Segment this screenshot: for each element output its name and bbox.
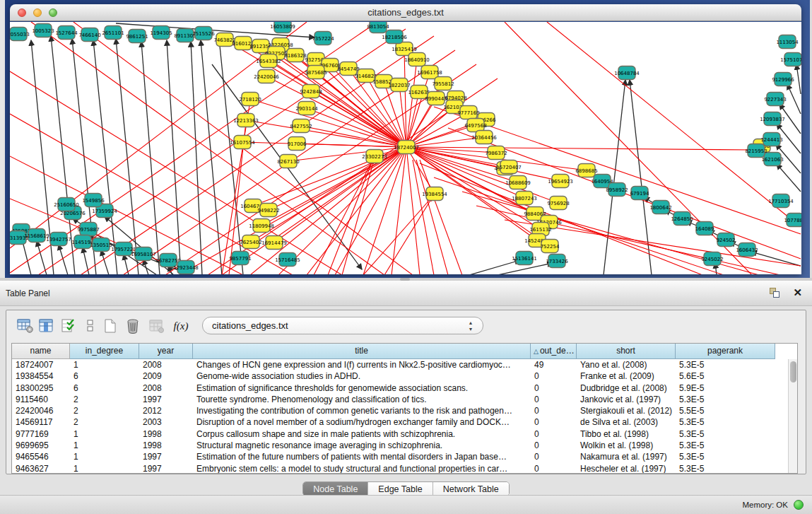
table-cell-name[interactable]: 9777169 [12,428,70,440]
table-cell-pagerank[interactable]: 5.3E-5 [676,463,775,473]
table-row[interactable]: 1938455462009Genome-wide association stu… [12,370,788,382]
table-cell-short[interactable]: Tibbo et al. (1998) [577,428,676,440]
network-view-window[interactable]: citations_edges.txt 18724007746382291601… [10,4,801,274]
graph-node-cited[interactable]: 6497568 [464,119,486,132]
table-row[interactable]: 1830029562008Estimation of significance … [12,382,788,394]
graph-node-cited[interactable]: 16107554 [230,136,255,149]
network-canvas[interactable]: 1872400774638229160123891235423226058932… [10,22,801,274]
function-icon[interactable]: f(x) [172,317,190,335]
graph-node-cited[interactable]: 9756928 [547,197,569,210]
table-cell-outde[interactable]: 49 [531,359,577,370]
graph-node[interactable]: 1549856 [82,194,105,207]
table-cell-short[interactable]: de Silva et al. (2003) [577,416,676,428]
table-cell-year[interactable]: 1997 [139,394,193,405]
graph-node-cited[interactable]: 19384554 [422,187,447,201]
table-cell-indegree[interactable]: 2 [70,405,139,416]
table-cell-title[interactable]: Estimation of the future numbers of pati… [193,451,531,462]
node-attribute-table[interactable]: namein_degreeyeartitle△out_de…shortpager… [11,343,798,474]
table-cell-title[interactable]: Estimation of significance thresholds fo… [193,382,531,394]
scrollbar-thumb[interactable] [790,361,796,382]
table-select-dropdown[interactable]: citations_edges.txt ▲▼ [202,317,483,334]
graph-edge[interactable] [796,64,801,94]
graph-node[interactable]: 7357224 [312,32,334,45]
table-cell-name[interactable]: 9699695 [12,440,70,451]
table-cell-indegree[interactable]: 1 [70,359,139,370]
table-cell-pagerank[interactable]: 5.3E-5 [676,428,775,440]
graph-edge-citation[interactable] [406,98,436,147]
graph-node-cited[interactable]: 2718120 [239,93,261,106]
table-cell-year[interactable]: 1998 [139,428,193,440]
graph-node[interactable]: 15136141 [512,252,537,265]
table-row[interactable]: 911546021997Tourette syndrome. Phenomeno… [12,394,788,405]
table-cell-short[interactable]: Wolkin et al. (1998) [577,440,676,451]
tab-edge-table[interactable]: Edge Table [368,482,433,496]
table-cell-outde[interactable]: 0 [531,370,577,382]
table-cell-outde[interactable]: 0 [531,394,577,405]
graph-node[interactable]: 9129966 [772,73,794,86]
table-cell-title[interactable]: Structural magnetic resonance image aver… [193,440,531,451]
table-row[interactable]: 977716911998Corpus callosum shape and si… [12,428,788,440]
graph-node-cited[interactable]: 8267130 [277,155,299,168]
graph-node-cited[interactable]: 8186328 [284,49,306,62]
table-cell-name[interactable]: 22420046 [12,405,70,416]
graph-node-cited[interactable]: 9498222 [257,204,279,217]
table-cell-indegree[interactable]: 2 [70,416,139,428]
table-cell-year[interactable]: 1997 [139,451,193,462]
graph-node-cited[interactable]: 7986372 [485,146,507,160]
graph-node-cited[interactable]: 917006 [288,137,307,151]
table-cell-indegree[interactable]: 1 [70,428,139,440]
graph-node[interactable]: 12093837 [760,112,785,126]
table-row[interactable]: 946554611997Estimation of the future num… [12,451,788,462]
table-cell-title[interactable]: Embryonic stem cells: a model to study s… [193,463,531,473]
table-cell-pagerank[interactable]: 5.3E-5 [676,359,775,370]
graph-edge-citation[interactable] [406,92,419,147]
table-cell-name[interactable]: 19384554 [12,370,70,382]
graph-node[interactable]: 8215953 [745,144,767,158]
table-cell-outde[interactable]: 0 [531,463,577,473]
graph-node-cited[interactable]: 12213363 [233,114,259,127]
graph-node[interactable]: 1800642 [649,201,671,214]
rows-icon[interactable] [81,317,100,335]
table-cell-year[interactable]: 2012 [139,405,193,416]
table-row[interactable]: 1456911722003Disruption of a novel membe… [12,416,788,428]
graph-node-cited[interactable]: 10688609 [505,176,531,189]
graph-edge[interactable] [278,147,406,274]
graph-node[interactable]: 15751074 [780,53,801,66]
table-cell-name[interactable]: 18724007 [12,359,70,370]
graph-node-cited[interactable]: 18807243 [512,192,537,205]
table-cell-pagerank[interactable]: 5.5E-5 [676,405,775,416]
table-row[interactable]: 2242004622012Investigating the contribut… [12,405,788,416]
graph-node-cited[interactable]: 752254 [541,240,560,253]
tab-node-table[interactable]: Node Table [303,482,368,496]
graph-edge[interactable] [363,197,433,274]
table-cell-pagerank[interactable]: 5.3E-5 [676,451,775,462]
graph-node[interactable]: 16053809 [270,22,295,33]
graph-edge[interactable] [116,39,139,274]
graph-edge-citation[interactable] [307,108,406,147]
table-settings-icon[interactable] [16,317,35,335]
graph-edge[interactable] [101,250,109,274]
graph-node-cited[interactable]: 9242848 [300,85,322,98]
table-cell-indegree[interactable]: 1 [70,440,139,451]
graph-edge[interactable] [787,84,801,114]
graph-node-cited[interactable]: 2903144 [295,102,318,115]
table-cell-name[interactable]: 9463627 [12,463,70,473]
graph-node[interactable]: 9857791 [229,252,251,265]
graph-node-cited[interactable]: 19654923 [548,175,573,188]
graph-node-cited[interactable]: 7955812 [432,77,454,90]
table-cell-title[interactable]: Genome-wide association studies in ADHD. [193,370,531,382]
network-window-titlebar[interactable]: citations_edges.txt [10,4,801,21]
table-cell-indegree[interactable]: 1 [70,463,139,473]
table-cell-short[interactable]: Stergiakouli et al. (2012) [577,405,676,416]
table-cell-title[interactable]: Investigating the contribution of common… [193,405,531,416]
graph-edge[interactable] [10,156,243,274]
tab-network-table[interactable]: Network Table [433,482,509,496]
graph-node-cited[interactable]: 16914479 [261,236,287,250]
table-cell-short[interactable]: Franke et al. (2009) [577,370,676,382]
table-cell-name[interactable]: 14569117 [12,416,70,428]
graph-edge[interactable] [406,147,753,150]
graph-node[interactable]: 1113054 [776,35,799,49]
table-cell-short[interactable]: Hescheler et al. (1997) [577,463,676,473]
graph-node[interactable]: 7515526 [192,27,215,40]
column-select-icon[interactable] [37,317,56,335]
